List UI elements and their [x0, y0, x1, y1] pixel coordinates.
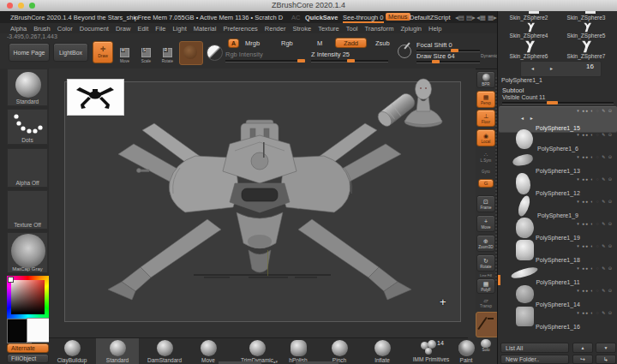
polyf-button[interactable]: ▦ PolyF	[476, 278, 495, 294]
visible-count-slider[interactable]	[502, 102, 614, 104]
bpr-button[interactable]: BPR	[476, 71, 495, 88]
subtool-nav-arrows[interactable]: ◂ ▸	[521, 115, 536, 121]
menu-material[interactable]: Material	[194, 25, 217, 33]
tool-thumb-label-3[interactable]: Skin_ZSphere4	[500, 33, 558, 39]
menus-button[interactable]: Menus	[386, 13, 410, 21]
tray-brush-damstandard[interactable]: DamStandard	[142, 340, 187, 363]
mrgb-button[interactable]: Mrgb	[245, 39, 260, 47]
menu-document[interactable]: Document	[80, 25, 109, 33]
menu-help[interactable]: Help	[428, 25, 441, 33]
draw-mode-button[interactable]: ✛ Draw	[93, 41, 113, 63]
color-picker[interactable]	[7, 276, 49, 319]
move-mode-button[interactable]: M Move	[117, 41, 132, 63]
visible-count-handle[interactable]	[547, 101, 558, 104]
subtool-row-icons[interactable]: ▾ ●● ◐ ◌ ✎ ⊙	[577, 310, 613, 315]
scale-mode-button[interactable]: S Scale	[139, 41, 153, 63]
quicksave-button[interactable]: QuickSave	[305, 14, 338, 21]
subtool-row[interactable]: ▾ ●● ◐ ◌ ✎ ⊙ PolySphere1_13	[499, 153, 617, 175]
a-button[interactable]: A	[228, 39, 239, 48]
subtool-row[interactable]: ▾ ●● ◐ ◌ ✎ ⊙ PolySphere1_9	[499, 198, 617, 219]
zsphere-icon-3[interactable]	[524, 22, 539, 33]
tool-thumb-label-2[interactable]: Skin_ZSphere3	[557, 15, 615, 21]
subtool-row[interactable]: ▾ ●● ◐ ◌ ✎ ⊙ PolySphere1_12	[499, 176, 617, 197]
tool-thumb-label-5[interactable]: Skin_ZSphere6	[500, 53, 558, 59]
rotate-canvas-button[interactable]: ↻ Rotate	[476, 254, 495, 272]
rotate-mode-button[interactable]: R Rotate	[160, 41, 175, 63]
zsphere-icon-5[interactable]	[522, 40, 539, 53]
g-button[interactable]: G	[478, 179, 494, 188]
z-intensity-handle[interactable]	[347, 59, 355, 63]
subtool-row[interactable]: ▾ ●● ◐ ◌ ✎ ⊙ PolySphere1_11	[499, 265, 617, 286]
rgb-button[interactable]: Rgb	[281, 39, 293, 47]
subtool-row[interactable]: ▾ ●● ◐ ◌ ✎ ⊙ PolySphere1_18	[499, 242, 617, 264]
folder-move-out-button[interactable]: ↳	[596, 355, 616, 364]
xpose-button[interactable]	[476, 312, 499, 337]
menu-draw[interactable]: Draw	[116, 25, 131, 33]
tool-thumb-label-1[interactable]: Skin_ZSphere2	[500, 15, 558, 21]
tool-thumb-label-6[interactable]: Skin_ZSphere7	[557, 53, 615, 59]
secondary-color-swatch[interactable]	[27, 318, 51, 343]
local-button[interactable]: ◉ Local	[476, 129, 495, 146]
tray-brush-claybuildup[interactable]: ClayBuildup	[50, 340, 94, 363]
subtool-row-icons[interactable]: ▾ ●● ◐ ◌ ✎ ⊙	[577, 108, 613, 113]
subtool-up-button[interactable]: ▲	[572, 343, 593, 353]
stroke-selector[interactable]: Dots	[7, 109, 48, 145]
menu-tool[interactable]: Tool	[346, 25, 358, 33]
subtool-row-icons[interactable]: ▾ ●● ◐ ◌ ✎ ⊙	[577, 132, 613, 137]
draw-size-slider[interactable]	[416, 61, 480, 63]
zsphere-icon-6[interactable]	[578, 40, 596, 53]
tray-brush-paint[interactable]: Paint	[444, 340, 488, 363]
gyro-button[interactable]: Gyro	[476, 165, 495, 177]
divider-toggle-icons-right[interactable]: ◂▦ ▦▸	[476, 14, 497, 21]
fill-object-button[interactable]: FillObject	[7, 354, 49, 363]
m-button[interactable]: M	[317, 39, 322, 47]
right-panel-divider[interactable]	[495, 77, 497, 283]
texture-selector[interactable]: Texture Off	[7, 190, 48, 230]
menu-transform[interactable]: Transform	[365, 25, 394, 33]
see-through-slider[interactable]: See-through 0	[343, 14, 384, 23]
viewport-canvas[interactable]: +	[49, 69, 476, 337]
pager-next-icon[interactable]: ▸	[550, 65, 553, 71]
menu-stroke[interactable]: Stroke	[292, 25, 311, 33]
alpha-selector[interactable]: Alpha Off	[7, 148, 48, 188]
subtool-row-icons[interactable]: ▾ ●● ◐ ◌ ✎ ⊙	[577, 199, 613, 204]
subtool-row-icons[interactable]: ▾ ●● ◐ ◌ ✎ ⊙	[577, 154, 613, 159]
tool-thumb-clip-2[interactable]	[585, 11, 596, 14]
subtool-row-icons[interactable]: ▾ ●● ◐ ◌ ✎ ⊙	[577, 243, 613, 248]
color-picker-field[interactable]	[11, 280, 45, 314]
rgb-intensity-handle[interactable]	[297, 59, 305, 63]
menu-edit[interactable]: Edit	[137, 25, 148, 33]
zoom3d-button[interactable]: ⊕ Zoom3D	[476, 235, 495, 252]
current-brush-button[interactable]	[179, 41, 203, 65]
new-folder-button[interactable]: New Folder..	[500, 355, 569, 364]
material-selector[interactable]: MatCap Gray	[7, 232, 48, 273]
zadd-button[interactable]: Zadd	[335, 38, 367, 48]
tray-brush-inflate[interactable]: Inflate	[360, 340, 404, 363]
subtool-row[interactable]: ▾ ●● ◐ ◌ ✎ ⊙ PolySphere1_6	[499, 131, 617, 152]
subtool-header[interactable]: Subtool	[502, 87, 524, 94]
floor-button[interactable]: ⊥ Floor	[476, 110, 495, 127]
list-all-button[interactable]: List All	[500, 343, 569, 353]
zsphere-icon-4[interactable]	[580, 22, 596, 33]
rgb-intensity-slider[interactable]	[225, 60, 305, 63]
z-intensity-slider[interactable]	[311, 60, 388, 63]
draw-size-handle[interactable]	[432, 60, 440, 63]
pager-prev-icon[interactable]: ◂	[531, 65, 534, 71]
tray-brush-pinch[interactable]: Pinch	[317, 340, 362, 363]
lightbox-button[interactable]: LightBox	[53, 43, 88, 62]
lsym-button[interactable]: ∴ L.Sym	[476, 150, 495, 164]
divider-toggle-icons-left[interactable]: ◂▤ ▤▸	[455, 14, 476, 21]
subtool-row-icons[interactable]: ▾ ●● ◐ ◌ ✎ ⊙	[577, 288, 613, 293]
frame-button[interactable]: ⊡ Frame	[476, 195, 495, 212]
zsub-button[interactable]: Zsub	[375, 39, 390, 47]
menu-alpha[interactable]: Alpha	[10, 25, 27, 33]
folder-move-in-button[interactable]: ↪	[572, 355, 593, 364]
subtool-row-icons[interactable]: ▾ ●● ◐ ◌ ✎ ⊙	[577, 221, 613, 226]
tray-resize-arrows[interactable]: ▴▾	[273, 359, 278, 364]
alternate-button[interactable]: Alternate	[7, 343, 49, 353]
menu-render[interactable]: Render	[265, 25, 286, 33]
default-zscript-button[interactable]: DefaultZScript	[410, 14, 451, 21]
subtool-row-selected[interactable]: ▾ ●● ◐ ◌ ✎ ⊙ ◂ ▸ PolySphere1_15	[499, 106, 617, 133]
menu-zplugin[interactable]: Zplugin	[400, 25, 422, 33]
menu-brush[interactable]: Brush	[33, 25, 51, 33]
